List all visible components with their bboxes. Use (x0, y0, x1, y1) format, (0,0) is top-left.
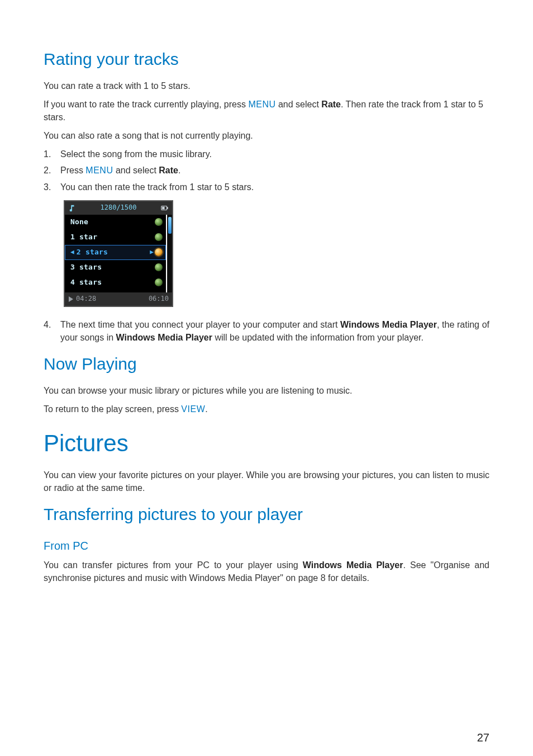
rating-options-list: None 1 star ◀ 2 stars ▶ 3 stars (65, 215, 166, 292)
time-elapsed: 04:28 (76, 294, 96, 304)
para: You can rate a track with 1 to 5 stars. (44, 79, 489, 92)
text: . (205, 404, 207, 414)
label-wmp: Windows Media Player (340, 320, 437, 329)
indicator-dot-icon (155, 278, 163, 286)
label-rate: Rate (321, 100, 341, 109)
step-num: 4. (44, 318, 60, 344)
text: The next time that you connect your play… (60, 320, 340, 329)
svg-rect-2 (162, 207, 164, 209)
player-bottom-bar: 04:28 06:10 (65, 292, 172, 306)
play-icon (68, 296, 74, 302)
para: You can transfer pictures from your PC t… (44, 559, 489, 584)
player-top-bar: 1280/1500 (65, 201, 172, 215)
para: If you want to rate the track currently … (44, 98, 489, 124)
para: You can also rate a song that is not cur… (44, 129, 489, 142)
step-2: 2. Press MENU and select Rate. (44, 164, 489, 177)
volume-level-gauge (167, 215, 172, 292)
battery-icon (161, 204, 169, 212)
option-label: 3 stars (70, 262, 155, 273)
heading-rating-tracks: Rating your tracks (44, 47, 489, 72)
arrow-left-icon: ◀ (70, 248, 74, 257)
step-num: 3. (44, 181, 60, 193)
rating-option-4stars[interactable]: 4 stars (65, 275, 166, 290)
heading-pictures: Pictures (44, 427, 489, 461)
heading-transferring-pictures: Transferring pictures to your player (44, 502, 489, 527)
option-label: None (70, 217, 155, 228)
text: Press (60, 166, 85, 175)
music-note-icon (68, 204, 76, 212)
text: You can transfer pictures from your PC t… (44, 560, 303, 570)
subheading-from-pc: From PC (44, 538, 489, 554)
keyword-menu: MENU (85, 166, 113, 175)
text: . (178, 166, 180, 175)
step-num: 1. (44, 148, 60, 160)
step-text: The next time that you connect your play… (60, 318, 489, 344)
heading-now-playing: Now Playing (44, 352, 489, 376)
time-total: 06:10 (149, 294, 169, 304)
label-wmp: Windows Media Player (116, 333, 212, 342)
option-label: 1 star (70, 232, 155, 243)
indicator-dot-icon (155, 248, 163, 256)
step-text: Select the song from the music library. (60, 148, 212, 160)
page-number: 27 (44, 730, 489, 746)
keyword-menu: MENU (248, 100, 275, 109)
steps-list: 1. Select the song from the music librar… (44, 148, 489, 193)
step-text: You can then rate the track from 1 star … (60, 181, 254, 193)
para: To return to the play screen, press VIEW… (44, 403, 489, 415)
rating-option-none[interactable]: None (65, 215, 166, 230)
step-4: 4. The next time that you connect your p… (44, 318, 489, 344)
keyword-view: VIEW (181, 404, 205, 414)
para: You can view your favorite pictures on y… (44, 469, 489, 494)
indicator-dot-icon (155, 263, 163, 271)
text: To return to the play screen, press (44, 404, 181, 414)
label-wmp: Windows Media Player (303, 560, 403, 570)
text: If you want to rate the track currently … (44, 100, 248, 109)
text: and select (276, 100, 322, 109)
step-num: 2. (44, 164, 60, 177)
text: and select (113, 166, 159, 175)
step-text: Press MENU and select Rate. (60, 164, 180, 177)
option-label: 4 stars (70, 277, 155, 288)
volume-level-fill (168, 217, 172, 234)
indicator-dot-icon (155, 218, 163, 226)
step-1: 1. Select the song from the music librar… (44, 148, 489, 160)
track-counter: 1280/1500 (100, 203, 136, 212)
text: will be updated with the information fro… (212, 333, 423, 342)
rating-option-3stars[interactable]: 3 stars (65, 260, 166, 275)
player-screenshot: 1280/1500 None 1 star ◀ 2 star (64, 200, 173, 307)
label-rate: Rate (159, 166, 178, 175)
svg-rect-1 (167, 207, 168, 209)
rating-option-2stars[interactable]: ◀ 2 stars ▶ (65, 245, 166, 260)
arrow-right-icon: ▶ (150, 248, 154, 257)
manual-page: Rating your tracks You can rate a track … (0, 0, 533, 756)
step-3: 3. You can then rate the track from 1 st… (44, 181, 489, 193)
indicator-dot-icon (155, 233, 163, 241)
option-label: 2 stars (77, 247, 149, 258)
steps-list-continued: 4. The next time that you connect your p… (44, 318, 489, 344)
para: You can browse your music library or pic… (44, 384, 489, 397)
rating-option-1star[interactable]: 1 star (65, 230, 166, 245)
